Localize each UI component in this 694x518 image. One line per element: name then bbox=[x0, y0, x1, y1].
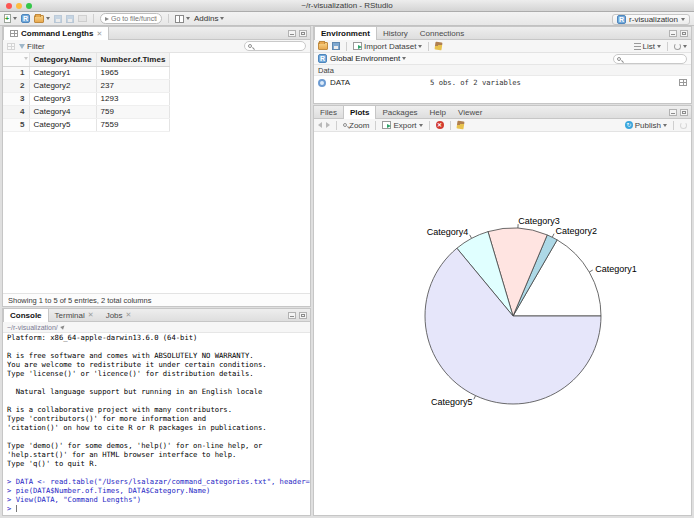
viewer-search-box[interactable] bbox=[244, 41, 306, 51]
viewer-tab-label: Command Lengths bbox=[21, 29, 93, 38]
project-name: r-visualization bbox=[629, 15, 678, 24]
print-icon bbox=[78, 15, 87, 22]
tab-files[interactable]: Files bbox=[314, 106, 343, 118]
table-icon bbox=[10, 30, 18, 37]
minimize-window-button[interactable] bbox=[16, 3, 22, 9]
panes-button[interactable] bbox=[175, 15, 190, 23]
plots-tabbar: Files Plots Packages Help Viewer bbox=[314, 106, 691, 119]
save-workspace-icon[interactable] bbox=[332, 42, 340, 50]
table-header-row: Category.Name Number.of.Times bbox=[3, 53, 170, 66]
environment-object-row[interactable]: DATA 5 obs. of 2 variables bbox=[314, 76, 691, 89]
list-view-button[interactable]: List bbox=[634, 42, 661, 51]
tab-console[interactable]: Console bbox=[3, 309, 49, 322]
table-row[interactable]: 2Category2237 bbox=[3, 79, 170, 92]
chevron-down-icon bbox=[683, 45, 687, 48]
list-icon bbox=[634, 43, 641, 50]
main-toolbar: R Addins R r-visualization bbox=[0, 12, 694, 26]
close-icon[interactable]: ✕ bbox=[88, 311, 94, 319]
pie-chart: Category1Category2Category3Category4Cate… bbox=[314, 133, 691, 515]
refresh-button[interactable] bbox=[674, 43, 687, 50]
close-window-button[interactable] bbox=[6, 3, 12, 9]
publish-icon: ↻ bbox=[625, 121, 633, 129]
tab-help[interactable]: Help bbox=[424, 106, 452, 118]
goto-file-search[interactable] bbox=[100, 13, 162, 24]
import-dataset-label: Import Dataset bbox=[364, 42, 416, 51]
close-icon[interactable]: ✕ bbox=[96, 30, 102, 38]
sort-icon bbox=[24, 57, 28, 60]
import-dataset-icon bbox=[353, 42, 362, 50]
filter-button[interactable]: Filter bbox=[19, 42, 45, 51]
console-body[interactable]: Platform: x86_64-apple-darwin13.6.0 (64-… bbox=[3, 333, 310, 515]
goto-file-input[interactable] bbox=[111, 15, 157, 22]
maximize-panel-icon[interactable] bbox=[680, 109, 688, 116]
row-number-header[interactable] bbox=[3, 53, 29, 66]
open-folder-icon bbox=[34, 15, 44, 23]
search-icon bbox=[248, 44, 252, 48]
chevron-down-icon bbox=[418, 45, 422, 48]
console-input-line[interactable]: > bbox=[7, 504, 310, 513]
new-project-icon[interactable]: R bbox=[21, 14, 30, 23]
export-plot-button[interactable]: Export bbox=[382, 121, 422, 130]
tab-viewer[interactable]: Viewer bbox=[452, 106, 488, 118]
clear-plots-icon[interactable] bbox=[456, 121, 464, 130]
remove-plot-icon[interactable]: ✕ bbox=[436, 121, 444, 129]
plots-panel: Files Plots Packages Help Viewer Zoom Ex… bbox=[313, 105, 692, 516]
console-line: 'help.start()' for an HTML browser inter… bbox=[7, 450, 310, 459]
load-workspace-icon[interactable] bbox=[318, 42, 328, 50]
refresh-plot-icon bbox=[680, 122, 687, 129]
tab-plots[interactable]: Plots bbox=[343, 106, 377, 119]
close-icon[interactable]: ✕ bbox=[126, 311, 132, 319]
console-line: > View(DATA, "Command Lengths") bbox=[7, 495, 310, 504]
table-row[interactable]: 3Category31293 bbox=[3, 92, 170, 105]
view-options-icon bbox=[7, 43, 15, 50]
console-line bbox=[7, 432, 310, 441]
minimize-panel-icon[interactable] bbox=[669, 30, 677, 37]
tab-command-lengths[interactable]: Command Lengths ✕ bbox=[3, 27, 109, 40]
open-file-button[interactable] bbox=[34, 15, 50, 23]
viewer-search-input[interactable] bbox=[254, 43, 302, 50]
maximize-panel-icon[interactable] bbox=[680, 30, 688, 37]
view-data-icon[interactable] bbox=[679, 79, 687, 86]
environment-search-box[interactable] bbox=[613, 54, 687, 64]
goto-directory-icon[interactable] bbox=[60, 324, 66, 330]
viewer-toolbar: Filter bbox=[3, 40, 310, 53]
new-file-button[interactable] bbox=[4, 14, 17, 23]
search-icon bbox=[617, 57, 621, 61]
tab-history[interactable]: History bbox=[377, 27, 414, 39]
minimize-panel-icon[interactable] bbox=[288, 312, 296, 319]
working-directory-link[interactable]: ~/r-visualization/ bbox=[7, 324, 58, 331]
table-row[interactable]: 1Category11965 bbox=[3, 66, 170, 79]
import-dataset-button[interactable]: Import Dataset bbox=[353, 42, 422, 51]
object-name[interactable]: DATA bbox=[330, 78, 426, 87]
column-header-category-name[interactable]: Category.Name bbox=[29, 53, 96, 66]
minimize-panel-icon[interactable] bbox=[288, 30, 296, 37]
tab-environment[interactable]: Environment bbox=[314, 27, 377, 40]
addins-button[interactable]: Addins bbox=[194, 14, 224, 23]
table-row[interactable]: 4Category4759 bbox=[3, 105, 170, 118]
tab-packages[interactable]: Packages bbox=[376, 106, 423, 118]
zoom-window-button[interactable] bbox=[26, 3, 32, 9]
console-line: You are welcome to redistribute it under… bbox=[7, 360, 310, 369]
maximize-panel-icon[interactable] bbox=[299, 30, 307, 37]
console-line: Type 'q()' to quit R. bbox=[7, 459, 310, 468]
maximize-panel-icon[interactable] bbox=[299, 312, 307, 319]
minimize-panel-icon[interactable] bbox=[669, 109, 677, 116]
plot-area: Category1Category2Category3Category4Cate… bbox=[314, 133, 691, 515]
publish-button[interactable]: ↻ Publish bbox=[625, 121, 667, 130]
dataframe-icon[interactable] bbox=[318, 79, 326, 87]
environment-search-input[interactable] bbox=[623, 55, 683, 62]
clear-objects-icon[interactable] bbox=[435, 42, 443, 51]
scope-selector[interactable]: Global Environment bbox=[330, 54, 406, 63]
filter-label: Filter bbox=[27, 42, 45, 51]
tab-connections[interactable]: Connections bbox=[414, 27, 470, 39]
table-row[interactable]: 5Category57559 bbox=[3, 118, 170, 131]
tab-jobs[interactable]: Jobs✕ bbox=[100, 309, 138, 321]
zoom-plot-button[interactable]: Zoom bbox=[343, 121, 369, 130]
project-menu-button[interactable]: R r-visualization bbox=[612, 14, 690, 25]
toolbar-separator bbox=[168, 14, 169, 23]
save-icon bbox=[54, 15, 62, 23]
tab-terminal[interactable]: Terminal✕ bbox=[49, 309, 100, 321]
column-header-number-of-times[interactable]: Number.of.Times bbox=[96, 53, 170, 66]
viewer-status-text: Showing 1 to 5 of 5 entries, 2 total col… bbox=[3, 293, 310, 306]
toolbar-separator bbox=[428, 42, 429, 51]
